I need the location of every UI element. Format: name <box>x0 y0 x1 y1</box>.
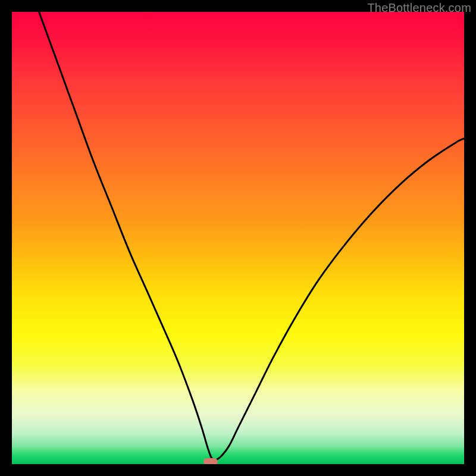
chart-frame: TheBottleneck.com <box>0 0 476 476</box>
watermark-text: TheBottleneck.com <box>367 1 471 15</box>
bottleneck-curve <box>12 12 464 464</box>
plot-area <box>12 12 464 464</box>
optimal-point-marker <box>203 458 218 464</box>
